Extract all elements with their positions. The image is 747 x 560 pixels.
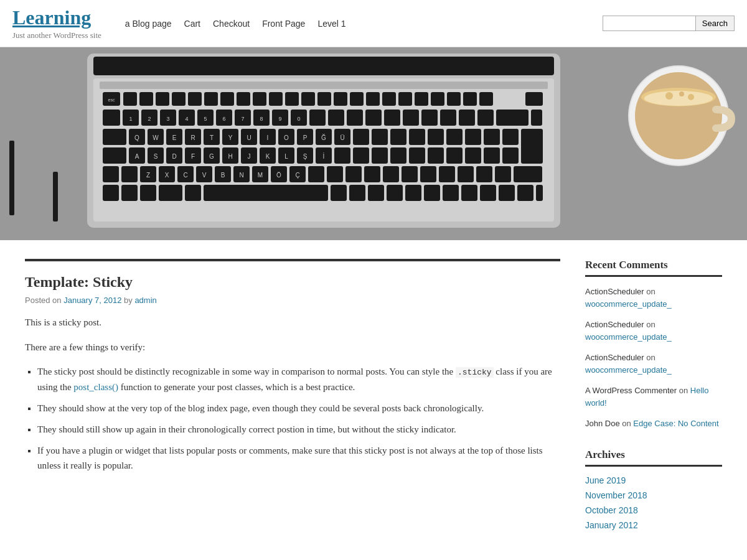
svg-rect-122 [334, 147, 350, 164]
svg-rect-181 [517, 185, 533, 201]
svg-rect-26 [431, 92, 444, 106]
svg-rect-7 [123, 92, 137, 106]
svg-rect-90 [372, 129, 388, 145]
comment-link-1[interactable]: woocommerce_update_ [585, 299, 672, 309]
svg-point-187 [665, 92, 673, 100]
svg-text:6: 6 [222, 116, 225, 122]
sidebar: Recent Comments ActionScheduler on wooco… [585, 259, 722, 549]
archive-link-2[interactable]: November 2018 [585, 490, 647, 500]
search-button[interactable]: Search [696, 16, 735, 31]
svg-rect-170 [204, 185, 328, 201]
svg-text:W: W [153, 134, 159, 141]
svg-rect-179 [480, 185, 496, 201]
svg-rect-174 [387, 185, 403, 201]
svg-text:B: B [221, 172, 225, 179]
svg-text:0: 0 [297, 116, 300, 122]
svg-rect-128 [446, 147, 463, 164]
svg-rect-8 [139, 92, 153, 106]
svg-rect-13 [220, 92, 234, 106]
archive-link-1[interactable]: June 2019 [585, 475, 626, 485]
svg-rect-20 [334, 92, 347, 106]
site-title-link[interactable]: Learning [12, 6, 91, 29]
svg-text:3: 3 [166, 116, 169, 122]
svg-text:E: E [172, 134, 177, 141]
archives-widget: Archives June 2019 November 2018 October… [585, 449, 722, 530]
svg-rect-54 [347, 110, 363, 126]
svg-rect-11 [188, 92, 202, 106]
site-header: Learning Just another WordPress site a B… [0, 0, 747, 47]
archive-link-3[interactable]: October 2018 [585, 505, 638, 515]
svg-rect-18 [301, 92, 315, 106]
site-title-block: Learning Just another WordPress site [12, 6, 101, 40]
svg-rect-15 [253, 92, 266, 106]
svg-text:T: T [210, 134, 214, 141]
svg-text:Q: Q [134, 134, 139, 141]
svg-text:4: 4 [185, 116, 188, 122]
nav-item-frontpage[interactable]: Front Page [262, 19, 305, 29]
svg-text:L: L [284, 153, 288, 160]
svg-rect-125 [390, 147, 406, 164]
nav-item-checkout[interactable]: Checkout [213, 19, 250, 29]
svg-text:F: F [191, 153, 195, 160]
comment-link-5[interactable]: Edge Case: No Content [633, 419, 718, 428]
list-item: The sticky post should be distinctly rec… [37, 364, 560, 394]
svg-rect-61 [477, 110, 494, 126]
svg-rect-59 [440, 110, 456, 126]
svg-rect-89 [353, 129, 369, 145]
svg-rect-130 [484, 147, 500, 164]
list-item: If you have a plugin or widget that list… [37, 443, 560, 473]
svg-rect-168 [159, 185, 182, 201]
svg-rect-22 [366, 92, 380, 106]
comment-item-1: ActionScheduler on woocommerce_update_ [585, 286, 722, 310]
nav-item-level1[interactable]: Level 1 [317, 19, 345, 29]
svg-rect-12 [204, 92, 218, 106]
svg-rect-99 [103, 147, 126, 164]
archive-item-1: June 2019 [585, 475, 722, 485]
svg-rect-178 [461, 185, 477, 201]
svg-rect-155 [364, 166, 380, 182]
comment-link-2[interactable]: woocommerce_update_ [585, 332, 672, 342]
svg-text:G: G [209, 153, 214, 160]
svg-rect-132 [103, 166, 119, 182]
svg-rect-30 [525, 92, 543, 106]
comment-item-2: ActionScheduler on woocommerce_update_ [585, 319, 722, 343]
svg-rect-133 [121, 166, 138, 182]
svg-rect-165 [103, 185, 119, 201]
svg-rect-14 [237, 92, 250, 106]
svg-text:Ş: Ş [303, 153, 308, 160]
hero-image: esc [0, 47, 747, 240]
svg-text:9: 9 [278, 116, 281, 122]
post-intro1: This is a sticky post. [25, 315, 560, 331]
svg-rect-29 [479, 92, 493, 106]
svg-rect-4 [100, 82, 548, 89]
svg-rect-98 [521, 129, 543, 164]
svg-rect-27 [447, 92, 461, 106]
svg-rect-17 [285, 92, 299, 106]
svg-rect-92 [409, 129, 425, 145]
svg-text:5: 5 [204, 116, 207, 122]
post-class-link[interactable]: post_class() [73, 382, 118, 392]
comment-item-4: A WordPress Commenter on Hello world! [585, 385, 722, 409]
svg-text:H: H [228, 153, 232, 160]
nav-item-blog[interactable]: a Blog page [125, 19, 172, 29]
svg-rect-60 [459, 110, 475, 126]
svg-rect-21 [350, 92, 364, 106]
svg-text:İ: İ [323, 152, 325, 160]
svg-rect-156 [383, 166, 399, 182]
search-input[interactable] [603, 16, 696, 31]
post-date-link[interactable]: January 7, 2012 [63, 296, 121, 305]
svg-text:I: I [267, 134, 269, 141]
svg-rect-162 [495, 166, 511, 182]
main-column: Template: Sticky Posted on January 7, 20… [25, 259, 560, 549]
comment-link-3[interactable]: woocommerce_update_ [585, 365, 672, 375]
post-author-link[interactable]: admin [134, 296, 156, 305]
svg-text:2: 2 [148, 116, 151, 122]
svg-rect-25 [415, 92, 428, 106]
svg-rect-57 [403, 110, 419, 126]
svg-rect-9 [156, 92, 169, 106]
archive-link-4[interactable]: January 2012 [585, 520, 638, 530]
nav-item-cart[interactable]: Cart [184, 19, 200, 29]
svg-text:Y: Y [228, 134, 233, 141]
svg-rect-127 [428, 147, 444, 164]
svg-rect-177 [443, 185, 459, 201]
